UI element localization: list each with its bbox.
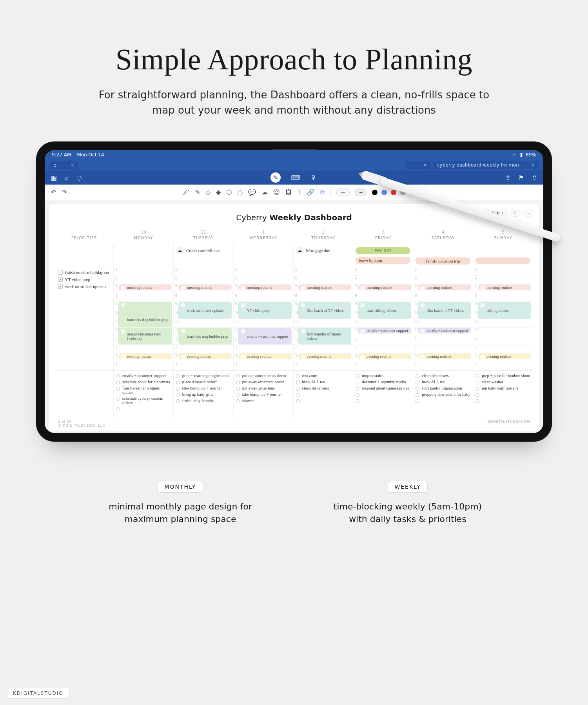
evening-routine-block[interactable]: evening routine	[358, 353, 411, 359]
tasks-fri[interactable]: mop upstairsdeclutter + organize studior…	[353, 371, 413, 417]
allday-cell[interactable]: PAY DAY leave by 2pm	[353, 244, 413, 267]
schedule-cell[interactable]: 9YT video prep	[234, 301, 294, 310]
schedule-cell[interactable]: 11	[174, 319, 234, 327]
color-black[interactable]	[372, 190, 377, 195]
schedule-cell[interactable]: 2	[353, 344, 413, 353]
schedule-cell[interactable]: 12emails + customer support	[234, 327, 294, 336]
schedule-cell[interactable]: 3evening routine	[114, 353, 174, 362]
morning-routine-block[interactable]: morning routine	[178, 285, 232, 290]
search-icon[interactable]: ⌕	[65, 174, 69, 181]
stroke-thick-icon[interactable]: ━	[355, 188, 367, 196]
schedule-cell[interactable]: 12film handful of shorts videos	[294, 327, 354, 336]
eraser2-icon[interactable]: ◆	[216, 188, 221, 196]
schedule-cell[interactable]: 5	[413, 267, 473, 275]
priorities-list[interactable]: finish modern holiday set✓YT video prep✓…	[55, 267, 114, 370]
schedule-cell[interactable]: 5	[234, 267, 294, 275]
schedule-cell[interactable]: 7morning routine	[413, 284, 473, 293]
schedule-cell[interactable]: 2	[174, 344, 234, 353]
allday-cell[interactable]	[473, 244, 533, 267]
schedule-cell[interactable]: 3evening routine	[473, 353, 533, 362]
schedule-cell[interactable]: 1	[473, 336, 533, 344]
tab-home[interactable]: ×	[49, 161, 78, 169]
schedule-cell[interactable]: 6	[234, 275, 294, 284]
schedule-cell[interactable]: 6	[174, 275, 234, 284]
undo-icon[interactable]: ↶	[51, 188, 56, 196]
schedule-cell[interactable]: 2	[473, 344, 533, 353]
schedule-cell[interactable]: 11	[114, 319, 174, 327]
schedule-cell[interactable]: 4	[234, 362, 294, 370]
schedule-cell[interactable]: 5	[473, 267, 533, 275]
schedule-cell[interactable]: 1	[114, 336, 174, 344]
allday-cell[interactable]: ☁Mortgage due	[294, 244, 354, 267]
schedule-cell[interactable]: 10	[174, 310, 234, 319]
event-mortgage[interactable]: ☁Mortgage due	[296, 246, 330, 254]
schedule-cell[interactable]: 4	[413, 362, 473, 370]
colorpicker-icon[interactable]: ◑	[421, 188, 426, 196]
schedule-cell[interactable]: 3evening routine	[174, 353, 234, 362]
schedule-cell[interactable]: 8	[473, 293, 533, 301]
schedule-cell[interactable]: 7morning routine	[174, 284, 234, 293]
schedule-cell[interactable]: 1	[294, 336, 354, 344]
schedule-cell[interactable]: 8	[174, 293, 234, 301]
schedule-cell[interactable]: 11	[234, 319, 294, 327]
event-trip[interactable]: family vacation trip	[416, 257, 470, 265]
export-icon[interactable]: ⇪	[505, 174, 510, 181]
schedule-cell[interactable]: 7morning routine	[473, 284, 533, 293]
tasks-tue[interactable]: prep + rearrange nightstandsplace Amazon…	[174, 371, 234, 417]
schedule-cell[interactable]: 9film batch of YT videos	[294, 301, 354, 310]
grid-icon[interactable]: ▦	[51, 174, 57, 181]
morning-routine-block[interactable]: morning routine	[418, 285, 471, 290]
schedule-cell[interactable]: 10	[353, 310, 413, 319]
schedule-cell[interactable]: 4	[114, 362, 174, 370]
lasso-icon[interactable]: ◌	[76, 174, 82, 181]
evening-routine-block[interactable]: evening routine	[478, 353, 531, 359]
allday-cell[interactable]	[114, 244, 174, 267]
cloud-icon[interactable]: ☁	[261, 188, 268, 196]
select-icon[interactable]: ⟳	[320, 188, 325, 196]
schedule-cell[interactable]: 10	[294, 310, 354, 319]
schedule-cell[interactable]: 9bracelets ring builder prep	[114, 301, 174, 310]
schedule-cell[interactable]: 5	[353, 267, 413, 275]
pen-tool-icon[interactable]: ✎	[270, 172, 281, 183]
schedule-cell[interactable]: 6	[473, 275, 533, 284]
schedule-cell[interactable]: 11	[353, 319, 413, 327]
schedule-cell[interactable]: 9film batch of YT videos	[413, 301, 473, 310]
keyboard-icon[interactable]: ⌨	[291, 174, 300, 181]
morning-routine-block[interactable]: morning routine	[238, 285, 292, 290]
sticker-icon[interactable]: ☺	[273, 188, 280, 196]
schedule-cell[interactable]: 6	[413, 275, 473, 284]
schedule-cell[interactable]: 5	[294, 267, 354, 275]
schedule-cell[interactable]: 12emails + customer support	[353, 327, 413, 336]
schedule-cell[interactable]: 2	[114, 344, 174, 353]
schedule-cell[interactable]: 11	[473, 319, 533, 327]
allday-cell[interactable]: family vacation trip	[413, 244, 473, 267]
time-block[interactable]: emails + customer support	[358, 328, 411, 333]
evening-routine-block[interactable]: evening routine	[298, 353, 352, 359]
close-icon[interactable]: ×	[423, 162, 427, 168]
color-blue[interactable]	[381, 190, 387, 195]
tasks-mon[interactable]: emails + customer supportschedule shoot …	[114, 371, 174, 417]
schedule-cell[interactable]: 1	[353, 336, 413, 344]
schedule-cell[interactable]: 4	[473, 362, 533, 370]
schedule-cell[interactable]: 11	[413, 319, 473, 327]
schedule-cell[interactable]: 10	[473, 310, 533, 319]
week-5-button[interactable]: 5	[510, 209, 521, 217]
bookmark-icon[interactable]: ⚑	[518, 174, 524, 181]
schedule-cell[interactable]: 2	[234, 344, 294, 353]
schedule-cell[interactable]: 9work on sticker updates	[174, 301, 234, 310]
week-next-button[interactable]: ›	[523, 209, 533, 217]
color-grey[interactable]	[400, 190, 406, 195]
schedule-cell[interactable]: 8	[234, 293, 294, 301]
event-credit-card[interactable]: ☁Credit card bill due	[176, 246, 220, 254]
schedule-cell[interactable]: 8	[114, 293, 174, 301]
schedule-cell[interactable]: 3evening routine	[294, 353, 354, 362]
tasks-sat[interactable]: clean dispensersbrew ALL teastart pantry…	[413, 371, 473, 417]
schedule-cell[interactable]: 7morning routine	[294, 284, 354, 293]
chat-icon[interactable]: 💬	[248, 188, 256, 196]
schedule-cell[interactable]: 1	[234, 336, 294, 344]
schedule-cell[interactable]: 6	[114, 275, 174, 284]
schedule-cell[interactable]: 10	[234, 310, 294, 319]
lasso2-icon[interactable]: ◌	[237, 188, 243, 196]
schedule-cell[interactable]: 2	[294, 344, 354, 353]
schedule-cell[interactable]: 4	[174, 362, 234, 370]
